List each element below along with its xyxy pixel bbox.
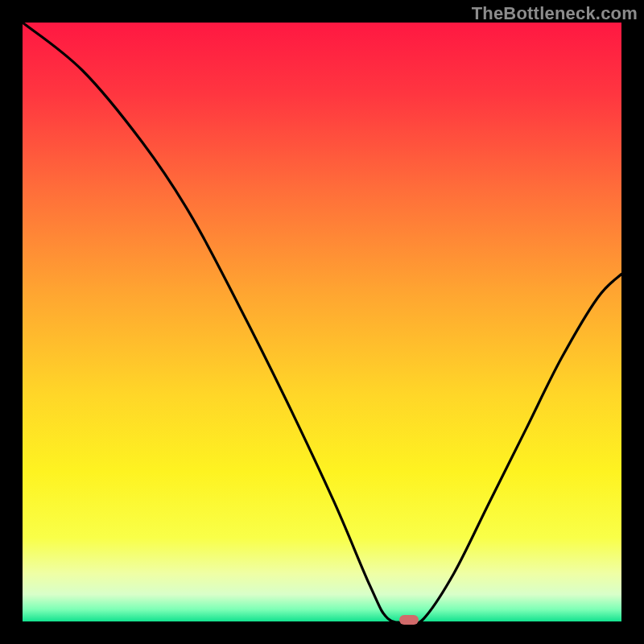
plot-area: [23, 23, 621, 621]
svg-rect-0: [23, 23, 621, 621]
minimum-marker: [399, 615, 419, 625]
chart-frame: [23, 23, 621, 621]
chart-gradient-background: [23, 23, 621, 621]
watermark-text: TheBottleneck.com: [472, 3, 638, 24]
